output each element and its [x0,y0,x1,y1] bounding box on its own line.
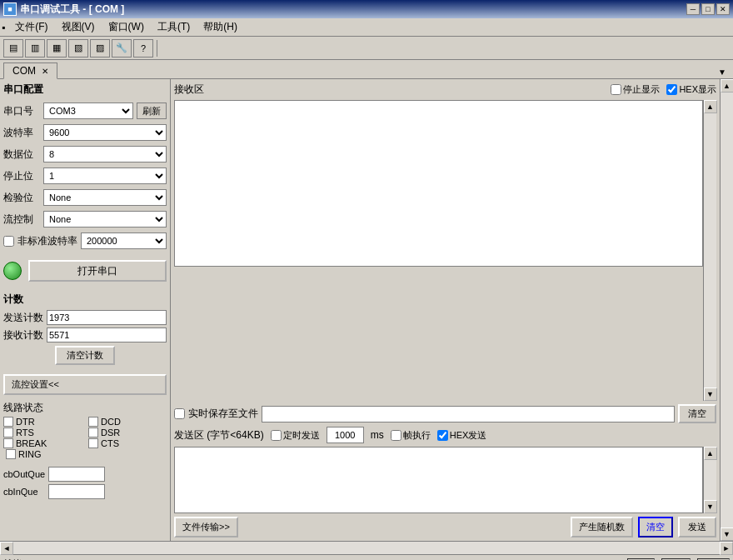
tab-com[interactable]: COM ✕ [3,62,57,79]
menu-tools[interactable]: 工具(T) [151,18,197,36]
menu-bar: ▪ 文件(F) 视图(V) 窗口(W) 工具(T) 帮助(H) [0,18,733,37]
rand-button[interactable]: 产生随机数 [571,517,633,538]
timer-ms-label: ms [371,429,384,441]
menu-file[interactable]: 文件(F) [8,18,54,36]
toolbar-btn-7[interactable]: ? [133,39,153,58]
status-bar: 就绪 CAP NUM SCRL [0,554,733,560]
dsr-label: DSR [101,428,120,438]
baud-select[interactable]: 9600192003840057600115200 [43,124,167,141]
cbq-section: cbOutQue cbInQue [3,467,167,502]
bottom-scrollbar: ◄ ► [0,541,733,554]
hex-send-checkbox[interactable] [437,430,448,441]
main-content: 串口配置 串口号 COM3COM1COM2COM4 刷新 波特率 9600192… [0,79,733,541]
parity-label: 检验位 [3,191,43,205]
recv-scroll-up[interactable]: ▲ [704,100,717,113]
send-scroll-track [704,460,716,500]
flow-settings-button[interactable]: 流控设置<< [3,374,167,395]
maximize-button[interactable]: □ [701,3,715,15]
outer-scroll-down[interactable]: ▼ [721,528,734,541]
flow-ctrl-label: 流控制 [3,212,43,227]
send-scroll-down[interactable]: ▼ [704,500,717,513]
timer-send-option: 定时发送 [271,429,320,442]
non-std-baud-select[interactable]: 200000 [81,232,167,249]
save-file-checkbox[interactable] [174,408,185,419]
clear-count-button[interactable]: 清空计数 [55,346,115,365]
send-textarea[interactable] [174,447,703,513]
ring-checkbox[interactable] [6,449,16,459]
toolbar-btn-1[interactable]: ▤ [3,39,23,58]
toolbar-btn-5[interactable]: ▨ [90,39,110,58]
timer-send-label: 定时发送 [283,429,320,442]
close-button[interactable]: ✕ [716,3,730,15]
clear-send-button[interactable]: 清空 [638,517,673,538]
minimize-button[interactable]: ─ [686,3,700,15]
data-bits-select[interactable]: 8765 [43,146,167,162]
bottom-scroll-right[interactable]: ► [720,542,733,555]
toolbar-btn-3[interactable]: ▦ [47,39,67,58]
dsr-item: DSR [88,428,167,438]
send-scroll-up[interactable]: ▲ [704,447,717,460]
counters-section: 计数 发送计数 1973 接收计数 5571 清空计数 [3,292,167,368]
stop-display-checkbox[interactable] [611,84,621,95]
rts-label: RTS [16,428,34,438]
tab-bar: COM ✕ ▼ [0,60,733,79]
tab-close-icon[interactable]: ✕ [42,67,48,76]
stop-bits-label: 停止位 [3,169,43,183]
right-panel: 接收区 停止显示 HEX显示 ▲ ▼ [171,79,720,541]
recv-area-label: 接收区 [174,82,204,97]
timer-send-input[interactable] [327,427,364,443]
cts-checkbox[interactable] [88,438,98,448]
tab-label: COM [12,65,36,77]
hex-display-checkbox[interactable] [666,84,677,95]
hex-send-option: HEX发送 [437,429,487,442]
outer-scroll-track [721,92,733,528]
data-bits-row: 数据位 8765 [3,146,167,162]
frame-exec-checkbox[interactable] [391,430,401,441]
baud-row: 波特率 9600192003840057600115200 [3,124,167,141]
bottom-scroll-left[interactable]: ◄ [0,542,13,555]
flow-ctrl-select[interactable]: NoneHardwareSoftware [43,211,167,228]
break-label: BREAK [16,438,47,448]
toolbar: ▤ ▥ ▦ ▧ ▨ 🔧 ? [0,37,733,60]
outer-scroll-up[interactable]: ▲ [721,79,734,92]
port-select[interactable]: COM3COM1COM2COM4 [43,102,133,119]
tab-arrow-icon[interactable]: ▼ [715,66,730,78]
rts-checkbox[interactable] [3,428,13,438]
frame-exec-option: 帧执行 [391,429,431,442]
menu-window[interactable]: 窗口(W) [102,18,151,36]
flow-ctrl-row: 流控制 NoneHardwareSoftware [3,211,167,228]
dsr-checkbox[interactable] [88,428,98,438]
menu-help[interactable]: 帮助(H) [197,18,244,36]
dcd-checkbox[interactable] [88,417,98,427]
rts-item: RTS [3,428,82,438]
toolbar-btn-6[interactable]: 🔧 [112,39,132,58]
open-port-area: 打开串口 [3,260,167,282]
hex-display-label: HEX显示 [679,83,716,96]
non-std-baud-checkbox[interactable] [3,236,14,247]
stop-bits-select[interactable]: 11.52 [43,168,167,184]
dcd-item: DCD [88,417,167,427]
break-checkbox[interactable] [3,438,13,448]
send-header: 发送区 (字节<64KB) 定时发送 ms 帧执行 HEX发送 [174,427,716,443]
toolbar-btn-4[interactable]: ▧ [68,39,88,58]
recv-count-label: 接收计数 [3,328,47,342]
send-button[interactable]: 发送 [678,517,716,538]
dtr-checkbox[interactable] [3,417,13,427]
recv-options: 停止显示 HEX显示 [611,83,716,96]
toolbar-btn-2[interactable]: ▥ [25,39,45,58]
cts-label: CTS [101,438,119,448]
toolbar-separator [157,40,157,57]
save-file-input[interactable] [262,406,675,422]
open-port-button[interactable]: 打开串口 [28,260,167,282]
timer-send-checkbox[interactable] [271,430,282,441]
cts-item: CTS [88,438,167,448]
recv-textarea[interactable] [174,100,703,267]
recv-scroll-track [704,113,716,388]
file-transfer-button[interactable]: 文件传输>> [174,517,238,538]
send-count-input: 1973 [47,310,167,325]
parity-select[interactable]: NoneOddEven [43,189,167,206]
menu-view[interactable]: 视图(V) [55,18,102,36]
refresh-button[interactable]: 刷新 [137,102,167,119]
clear-recv-button[interactable]: 清空 [678,404,716,423]
recv-scroll-down[interactable]: ▼ [704,388,717,401]
